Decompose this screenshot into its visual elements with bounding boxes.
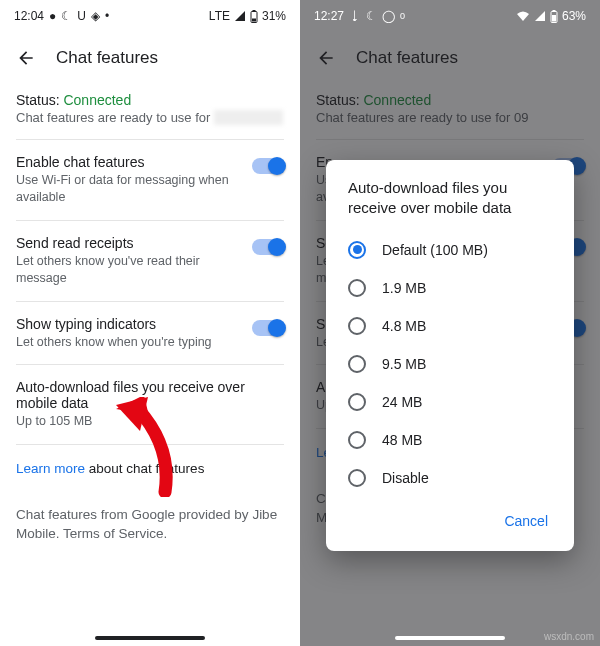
- option-4-8mb[interactable]: 4.8 MB: [326, 307, 574, 345]
- battery-label: 31%: [262, 9, 286, 23]
- watermark: wsxdn.com: [544, 631, 594, 642]
- moon-icon: ☾: [61, 9, 72, 23]
- option-disable[interactable]: Disable: [326, 459, 574, 497]
- learn-more-rest: about chat features: [85, 461, 204, 476]
- option-24mb[interactable]: 24 MB: [326, 383, 574, 421]
- setting-sub: Up to 105 MB: [16, 413, 284, 430]
- network-label: LTE: [209, 9, 230, 23]
- footer-text: Chat features from Google provided by Ji…: [16, 480, 284, 554]
- dot-icon: ◈: [91, 9, 100, 23]
- svg-rect-5: [552, 10, 555, 12]
- setting-typing-indicators[interactable]: Show typing indicators Let others know w…: [16, 302, 284, 366]
- circle-icon: ◯: [382, 9, 395, 23]
- setting-title: Send read receipts: [16, 235, 242, 251]
- setting-title: Show typing indicators: [16, 316, 212, 332]
- switch-typing-indicators[interactable]: [252, 320, 284, 336]
- option-label: 4.8 MB: [382, 318, 426, 334]
- option-label: 24 MB: [382, 394, 422, 410]
- phone-right: Chat features Status: Connected Chat fea…: [300, 0, 600, 646]
- svg-rect-2: [252, 18, 256, 21]
- gesture-bar[interactable]: [395, 636, 505, 640]
- setting-read-receipts[interactable]: Send read receipts Let others know you'v…: [16, 221, 284, 302]
- download-icon: ⭣: [349, 9, 361, 23]
- option-1-9mb[interactable]: 1.9 MB: [326, 269, 574, 307]
- radio-icon: [348, 431, 366, 449]
- carrier-icon: ●: [49, 9, 56, 23]
- learn-more-link[interactable]: Learn more: [16, 461, 85, 476]
- status-label: Status:: [16, 92, 63, 108]
- radio-icon: [348, 469, 366, 487]
- u-icon: U: [77, 9, 86, 23]
- option-48mb[interactable]: 48 MB: [326, 421, 574, 459]
- wifi-icon: [516, 10, 530, 22]
- auto-download-dialog: Auto-download files you receive over mob…: [326, 160, 574, 551]
- radio-icon: [348, 317, 366, 335]
- signal-icon: [534, 10, 546, 22]
- svg-rect-6: [552, 15, 556, 22]
- option-label: Default (100 MB): [382, 242, 488, 258]
- cancel-button[interactable]: Cancel: [494, 505, 558, 537]
- setting-enable-chat[interactable]: Enable chat features Use Wi-Fi or data f…: [16, 140, 284, 221]
- content: Status: Connected Chat features are read…: [0, 86, 300, 554]
- status-bar: 12:27 ⭣ ☾ ◯ 0 63%: [300, 0, 600, 30]
- status-value: Connected: [63, 92, 131, 108]
- dialog-title: Auto-download files you receive over mob…: [326, 178, 574, 231]
- back-icon[interactable]: [16, 48, 36, 68]
- learn-more-row: Learn more about chat features: [16, 445, 284, 480]
- status-sub-prefix: Chat features are ready to use for: [16, 110, 214, 125]
- switch-enable-chat[interactable]: [252, 158, 284, 174]
- option-9-5mb[interactable]: 9.5 MB: [326, 345, 574, 383]
- status-sub-hidden: #########: [214, 110, 283, 125]
- battery-icon: [550, 10, 558, 23]
- setting-sub: Let others know you've read their messag…: [16, 253, 242, 287]
- battery-icon: [250, 10, 258, 23]
- setting-title: Auto-download files you receive over mob…: [16, 379, 284, 411]
- setting-sub: Let others know when you're typing: [16, 334, 212, 351]
- option-label: 9.5 MB: [382, 356, 426, 372]
- setting-auto-download[interactable]: Auto-download files you receive over mob…: [16, 365, 284, 445]
- status-block: Status: Connected Chat features are read…: [16, 86, 284, 140]
- moon-icon: ☾: [366, 9, 377, 23]
- dot2-icon: •: [105, 9, 109, 23]
- radio-icon: [348, 355, 366, 373]
- battery-label: 63%: [562, 9, 586, 23]
- option-default[interactable]: Default (100 MB): [326, 231, 574, 269]
- status-time: 12:04: [14, 9, 44, 23]
- data-icon: 0: [400, 11, 405, 21]
- setting-sub: Use Wi-Fi or data for messaging when ava…: [16, 172, 242, 206]
- gesture-bar[interactable]: [95, 636, 205, 640]
- header: Chat features: [0, 30, 300, 86]
- option-label: 1.9 MB: [382, 280, 426, 296]
- svg-rect-1: [252, 10, 255, 12]
- status-bar: 12:04 ● ☾ U ◈ • LTE 31%: [0, 0, 300, 30]
- signal-icon: [234, 10, 246, 22]
- phone-left: 12:04 ● ☾ U ◈ • LTE 31% Chat features St…: [0, 0, 300, 646]
- radio-icon: [348, 393, 366, 411]
- radio-icon: [348, 279, 366, 297]
- status-time: 12:27: [314, 9, 344, 23]
- switch-read-receipts[interactable]: [252, 239, 284, 255]
- option-label: 48 MB: [382, 432, 422, 448]
- radio-icon: [348, 241, 366, 259]
- page-title: Chat features: [56, 48, 158, 68]
- setting-title: Enable chat features: [16, 154, 242, 170]
- option-label: Disable: [382, 470, 429, 486]
